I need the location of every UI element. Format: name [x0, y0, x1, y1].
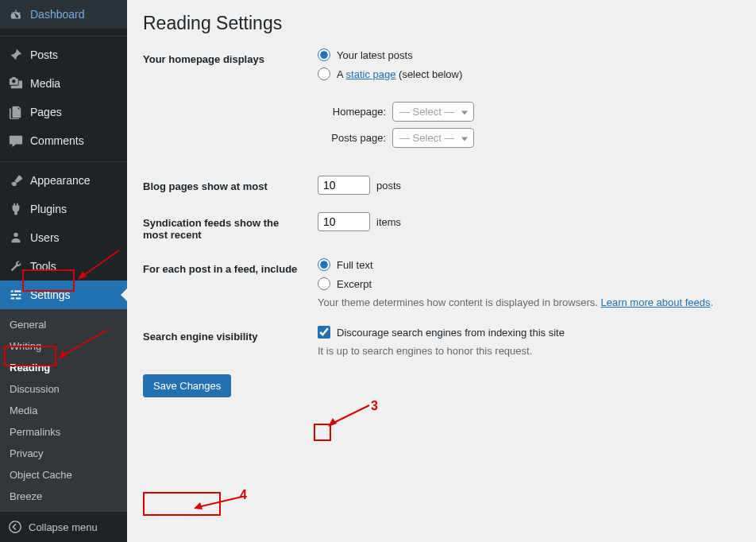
- radio-excerpt[interactable]: [318, 277, 330, 290]
- svg-point-0: [10, 521, 21, 532]
- sidebar-item-media[interactable]: Media: [0, 69, 127, 98]
- sidebar-label: Comments: [30, 134, 84, 147]
- radio-label: A static page (select below): [337, 68, 462, 80]
- sidebar-item-appearance[interactable]: Appearance: [0, 166, 127, 195]
- blog-pages-suffix: posts: [376, 180, 401, 192]
- postspage-select[interactable]: — Select —: [392, 128, 474, 148]
- sub-permalinks[interactable]: Permalinks: [0, 421, 127, 443]
- pages-icon: [8, 104, 24, 120]
- collapse-menu[interactable]: Collapse menu: [0, 512, 127, 542]
- users-icon: [8, 230, 24, 246]
- homepage-select[interactable]: — Select —: [392, 102, 474, 122]
- visibility-label: Search engine visibility: [143, 326, 318, 343]
- feed-description: Your theme determines how content is dis…: [318, 296, 740, 308]
- sidebar-label: Pages: [30, 106, 62, 118]
- sidebar-item-plugins[interactable]: Plugins: [0, 195, 127, 223]
- sub-privacy[interactable]: Privacy: [0, 443, 127, 464]
- annotation-number-3: 3: [371, 399, 378, 413]
- content-area: Reading Settings Your homepage displays …: [127, 0, 756, 542]
- sidebar-item-posts[interactable]: Posts: [0, 41, 127, 69]
- radio-fulltext[interactable]: [318, 258, 330, 271]
- sub-writing[interactable]: Writing: [0, 335, 127, 357]
- radio-static-page[interactable]: [318, 68, 330, 80]
- radio-label: Excerpt: [337, 278, 372, 290]
- sidebar-label: Appearance: [30, 174, 91, 187]
- settings-submenu: General Writing Reading Discussion Media…: [0, 309, 127, 512]
- checkbox-label: Discourage search engines from indexing …: [337, 327, 565, 339]
- sub-objectcache[interactable]: Object Cache: [0, 464, 127, 486]
- radio-label: Full text: [337, 259, 373, 271]
- sidebar-item-tools[interactable]: Tools: [0, 252, 127, 281]
- sliders-icon: [8, 287, 24, 303]
- sidebar-item-comments[interactable]: Comments: [0, 126, 127, 155]
- visibility-checkbox[interactable]: [318, 326, 330, 339]
- plugin-icon: [8, 201, 24, 217]
- blog-pages-input[interactable]: [318, 176, 370, 195]
- save-changes-button[interactable]: Save Changes: [143, 374, 231, 397]
- sidebar-separator: [0, 33, 127, 37]
- sub-discussion[interactable]: Discussion: [0, 378, 127, 400]
- sub-media[interactable]: Media: [0, 400, 127, 421]
- syndication-input[interactable]: [318, 212, 370, 231]
- homepage-label: Your homepage displays: [143, 48, 318, 65]
- static-page-link[interactable]: static page: [346, 68, 396, 80]
- annotation-number-4: 4: [240, 488, 247, 502]
- feed-include-label: For each post in a feed, include: [143, 258, 318, 275]
- media-icon: [8, 75, 24, 91]
- comments-icon: [8, 133, 24, 149]
- sidebar-label: Settings: [30, 288, 71, 301]
- sidebar-label: Tools: [30, 260, 56, 273]
- sub-general[interactable]: General: [0, 314, 127, 335]
- syndication-suffix: items: [376, 216, 401, 228]
- visibility-note: It is up to search engines to honor this…: [318, 345, 740, 357]
- postspage-select-label: Posts page:: [313, 132, 386, 144]
- sidebar-item-users[interactable]: Users: [0, 223, 127, 252]
- sidebar-label: Dashboard: [30, 8, 85, 21]
- collapse-label: Collapse menu: [29, 521, 98, 533]
- homepage-select-label: Homepage:: [313, 106, 386, 118]
- collapse-icon: [8, 520, 22, 534]
- radio-latest-posts[interactable]: [318, 48, 330, 61]
- sidebar-item-dashboard[interactable]: Dashboard: [0, 0, 127, 29]
- sub-reading[interactable]: Reading: [0, 357, 127, 378]
- sub-breeze[interactable]: Breeze: [0, 486, 127, 507]
- learn-more-feeds-link[interactable]: Learn more about feeds: [600, 296, 710, 308]
- sidebar-label: Users: [30, 231, 60, 244]
- sidebar-item-pages[interactable]: Pages: [0, 98, 127, 126]
- sidebar-item-settings[interactable]: Settings: [0, 281, 127, 309]
- dashboard-icon: [8, 6, 24, 22]
- page-title: Reading Settings: [143, 13, 740, 34]
- sidebar-label: Media: [30, 77, 60, 90]
- sidebar-label: Posts: [30, 48, 58, 61]
- wrench-icon: [8, 258, 24, 274]
- admin-sidebar: Dashboard Posts Media Pages Comments App…: [0, 0, 127, 542]
- brush-icon: [8, 172, 24, 188]
- pin-icon: [8, 47, 24, 63]
- syndication-label: Syndication feeds show the most recent: [143, 212, 318, 241]
- blog-pages-label: Blog pages show at most: [143, 176, 318, 192]
- radio-label: Your latest posts: [337, 49, 413, 61]
- sidebar-separator: [0, 159, 127, 163]
- sidebar-label: Plugins: [30, 203, 67, 215]
